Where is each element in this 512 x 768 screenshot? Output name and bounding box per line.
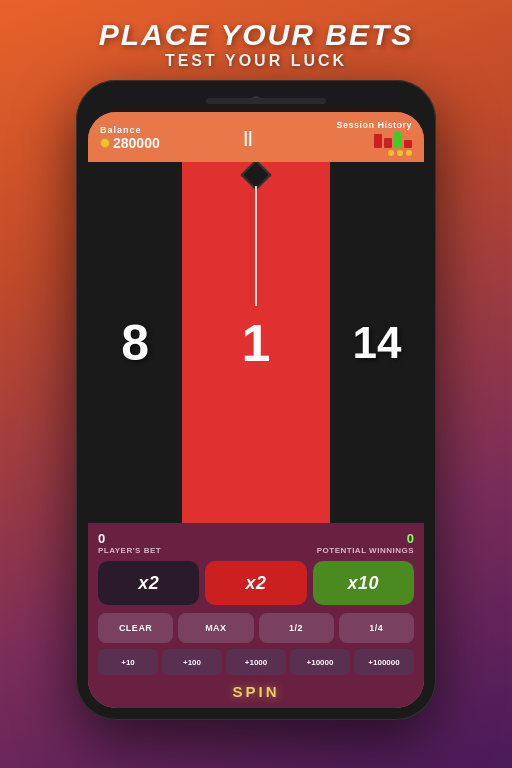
chip-10[interactable]: +10 <box>98 649 158 675</box>
main-subtitle: TEST YOUR LUCK <box>99 52 414 70</box>
screen-topbar: Balance 280000 || Session History <box>88 112 424 162</box>
player-bet-value: 0 <box>98 531 161 546</box>
chip-1000[interactable]: +1000 <box>226 649 286 675</box>
player-bet-section: 0 PLAYER'S BET <box>98 531 161 555</box>
half-button[interactable]: 1/2 <box>259 613 334 643</box>
action-row: CLEAR MAX 1/2 1/4 <box>98 613 414 643</box>
quarter-button[interactable]: 1/4 <box>339 613 414 643</box>
balance-section: Balance 280000 <box>100 125 160 151</box>
balance-row: 280000 <box>100 135 160 151</box>
game-strip-container: 8 1 14 <box>88 162 424 523</box>
chip-100000[interactable]: +100000 <box>354 649 414 675</box>
bet-info-row: 0 PLAYER'S BET 0 POTENTIAL WINNINGS <box>98 531 414 555</box>
header-section: PLACE YOUR BETS TEST YOUR LUCK <box>99 0 414 80</box>
pointer-container <box>245 162 267 306</box>
strip-black-right: 14 <box>330 162 424 523</box>
multiplier-row: x2 x2 x10 <box>98 561 414 605</box>
session-dot-1 <box>388 150 394 156</box>
clear-button[interactable]: CLEAR <box>98 613 173 643</box>
session-dots <box>388 150 412 156</box>
session-bar-3 <box>394 132 402 148</box>
potential-winnings-label: POTENTIAL WINNINGS <box>317 546 414 555</box>
max-button[interactable]: MAX <box>178 613 253 643</box>
multiplier-x2-red[interactable]: x2 <box>205 561 306 605</box>
multiplier-x10-green[interactable]: x10 <box>313 561 414 605</box>
session-history-section: Session History <box>336 120 412 156</box>
phone-screen: Balance 280000 || Session History <box>88 112 424 708</box>
player-bet-label: PLAYER'S BET <box>98 546 161 555</box>
session-label: Session History <box>336 120 412 130</box>
pointer-line <box>255 186 257 306</box>
coin-icon <box>100 138 110 148</box>
pause-button[interactable]: || <box>244 129 253 147</box>
game-area: 8 1 14 <box>88 162 424 523</box>
chip-10000[interactable]: +10000 <box>290 649 350 675</box>
session-dot-3 <box>406 150 412 156</box>
chip-100[interactable]: +100 <box>162 649 222 675</box>
phone-status-bar <box>206 98 326 104</box>
strip-red-center: 1 <box>182 162 330 523</box>
strip-black-left: 8 <box>88 162 182 523</box>
balance-value: 280000 <box>113 135 160 151</box>
number-left: 8 <box>121 314 149 372</box>
phone-frame: Balance 280000 || Session History <box>76 80 436 720</box>
potential-winnings-section: 0 POTENTIAL WINNINGS <box>317 531 414 555</box>
multiplier-x2-dark[interactable]: x2 <box>98 561 199 605</box>
main-title: PLACE YOUR BETS <box>99 18 414 52</box>
potential-winnings-value: 0 <box>317 531 414 546</box>
session-bars <box>374 132 412 148</box>
session-bar-1 <box>374 134 382 148</box>
spin-button[interactable]: SPIN <box>232 683 279 700</box>
session-dot-2 <box>397 150 403 156</box>
number-right: 14 <box>352 318 401 368</box>
bottom-panel: 0 PLAYER'S BET 0 POTENTIAL WINNINGS x2 x… <box>88 523 424 708</box>
balance-label: Balance <box>100 125 160 135</box>
session-bar-4 <box>404 140 412 148</box>
phone-notch <box>88 92 424 112</box>
session-bar-2 <box>384 138 392 148</box>
spin-row: SPIN <box>98 683 414 700</box>
chips-row: +10 +100 +1000 +10000 +100000 <box>98 649 414 675</box>
number-center: 1 <box>242 313 271 373</box>
